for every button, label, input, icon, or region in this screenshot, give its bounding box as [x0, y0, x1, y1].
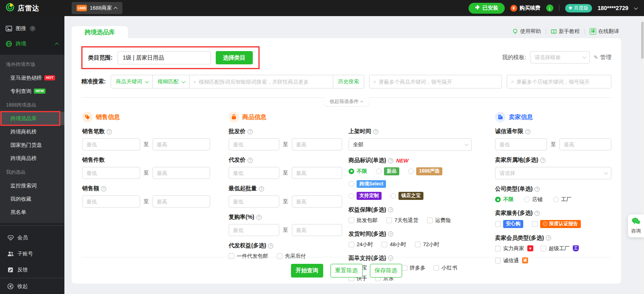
min-input[interactable] — [229, 167, 279, 179]
range-to-label: 至 — [551, 141, 556, 148]
min-input[interactable] — [229, 138, 279, 150]
select-category-button[interactable]: 选择类目 — [216, 51, 253, 64]
checkbox-option[interactable]: 超级工厂工 — [541, 245, 579, 252]
max-input[interactable] — [559, 138, 611, 150]
help-icon[interactable] — [107, 129, 112, 134]
help-icon[interactable] — [540, 158, 545, 163]
help-icon[interactable] — [101, 186, 106, 191]
checkbox-option[interactable]: 48小时 — [382, 241, 406, 248]
renew-button[interactable]: 购买续费 — [510, 4, 541, 12]
max-input[interactable] — [292, 138, 343, 150]
history-search-button[interactable]: 历史搜索 — [333, 75, 364, 88]
merchant-tab-1688[interactable]: 1688 1688商家 — [72, 2, 122, 14]
sidebar-item-product-rank[interactable]: 跨境商品榜 — [0, 152, 64, 165]
help-icon[interactable] — [248, 129, 253, 134]
sidebar-item-member[interactable]: 会员 — [0, 230, 64, 246]
help-icon[interactable] — [373, 129, 378, 134]
category-input[interactable] — [118, 51, 211, 64]
radio-option[interactable]: 新品 — [376, 167, 399, 175]
radio-option[interactable]: 1688严选 — [408, 167, 442, 175]
help-icon[interactable] — [525, 129, 530, 134]
checkbox-option[interactable]: 24小时 — [349, 241, 373, 248]
max-input[interactable] — [292, 195, 343, 208]
help-icon[interactable] — [546, 235, 551, 241]
max-input[interactable] — [292, 167, 343, 179]
max-input[interactable] — [153, 195, 211, 208]
radio-option[interactable]: 支持定制 — [349, 192, 382, 200]
radio-option[interactable]: 不限 — [495, 196, 514, 203]
installed-button[interactable]: 已安装 — [469, 3, 505, 14]
sidebar-collapse-button[interactable]: 收起 — [0, 278, 64, 294]
sidebar-item-feedback[interactable]: 反馈 — [0, 262, 64, 278]
sidebar-item-country-hot[interactable]: 国家热门货盘 — [0, 138, 64, 152]
help-link[interactable]: 使用帮助 — [512, 28, 541, 35]
tab-crossborder-library[interactable]: 跨境选品库 — [72, 26, 128, 38]
block-shop-keywords-input[interactable] — [516, 79, 607, 85]
help-icon[interactable] — [248, 158, 253, 163]
keyword-type-dropdown[interactable]: 商品关键词 — [111, 75, 153, 88]
save-filters-button[interactable]: 保存筛选 — [370, 264, 402, 278]
keyword-search-input[interactable] — [199, 79, 329, 85]
seller-location-select[interactable]: 请选择 — [495, 167, 611, 179]
scrollbar-thumb[interactable] — [641, 22, 644, 59]
min-input[interactable] — [229, 224, 279, 236]
merchant-tab-label: 1688商家 — [90, 4, 112, 12]
min-input[interactable] — [495, 138, 547, 150]
keyword-type-label: 商品关键词 — [116, 78, 142, 85]
sidebar-item-amazon-hot[interactable]: 亚马逊热销榜 HOT — [0, 71, 64, 84]
help-icon[interactable] — [388, 158, 393, 163]
reset-filters-button[interactable]: 重置筛选 — [330, 264, 363, 278]
max-input[interactable] — [153, 138, 211, 150]
checkbox-option[interactable]: 运费险 — [427, 217, 451, 224]
sidebar-item-image-search[interactable]: 图搜 — [0, 21, 64, 36]
help-circle-icon[interactable] — [30, 26, 35, 31]
help-icon[interactable] — [388, 231, 393, 236]
checkbox-option[interactable]: 深度认证报告 — [532, 220, 581, 228]
template-select[interactable]: 请选择模板 — [530, 51, 590, 64]
min-input[interactable] — [229, 195, 279, 208]
sidebar-item-subaccount[interactable]: 子账号 — [0, 246, 64, 262]
product-section-header: 商品信息 — [229, 112, 342, 122]
tutorial-link[interactable]: 新手教程 — [551, 28, 580, 35]
min-input[interactable] — [82, 167, 140, 179]
sidebar-item-opportunity-rank[interactable]: 跨境商机榜 — [0, 125, 64, 138]
checkbox-option[interactable]: 安心购 — [495, 220, 523, 228]
min-input[interactable] — [82, 195, 140, 208]
max-input[interactable] — [292, 224, 343, 236]
consult-widget[interactable]: 咨询 — [628, 214, 644, 237]
radio-option[interactable]: 镇店之宝 — [390, 192, 423, 200]
checkbox-option[interactable]: 实力商家▼ — [495, 245, 533, 252]
collapse-filters-button[interactable]: 收起筛选条件 — [324, 97, 369, 107]
max-input[interactable] — [153, 167, 211, 179]
radio-option[interactable]: 店铺 — [524, 196, 543, 203]
sidebar-item-monitor-keywords[interactable]: 监控搜索词 — [0, 179, 64, 192]
help-icon[interactable] — [259, 186, 264, 191]
block-product-keywords-input[interactable] — [379, 79, 497, 85]
checkbox-option[interactable]: 批发包邮 — [349, 217, 378, 224]
download-icon[interactable] — [546, 4, 553, 12]
radio-option[interactable]: 跨境Select — [349, 180, 386, 188]
radio-option[interactable]: 不限 — [349, 168, 367, 175]
option-label: 超级工厂 — [549, 245, 570, 252]
help-icon[interactable] — [535, 187, 540, 192]
sidebar-item-crossborder[interactable]: 跨境 — [0, 36, 64, 51]
help-icon[interactable] — [268, 243, 273, 249]
sidebar-item-blacklist[interactable]: 黑名单 — [0, 206, 64, 219]
help-icon[interactable] — [256, 215, 262, 220]
listing-time-select[interactable]: 全部 — [349, 138, 472, 151]
help-icon[interactable] — [535, 211, 540, 216]
scrollbar-track[interactable] — [641, 16, 644, 294]
match-mode-dropdown[interactable]: 模糊匹配 — [153, 75, 190, 88]
sidebar-item-patent-search[interactable]: 专利查询 NEW — [0, 84, 64, 98]
sidebar-item-crossborder-library[interactable]: 跨境选品库 — [0, 112, 64, 125]
radio-option[interactable]: 工厂 — [553, 196, 572, 203]
sidebar-item-favorites[interactable]: 我的收藏 — [0, 192, 64, 206]
account-chevron-down-icon[interactable] — [634, 6, 638, 10]
manage-templates-button[interactable]: ✎ 管理 — [594, 54, 611, 61]
help-icon[interactable] — [388, 207, 393, 212]
checkbox-option[interactable]: 7天包退货 — [386, 217, 418, 224]
start-query-button[interactable]: 开始查询 — [291, 264, 323, 278]
min-input[interactable] — [82, 138, 140, 150]
translate-link[interactable]: 译 在线翻译 — [590, 28, 619, 35]
checkbox-option[interactable]: 72小时 — [415, 241, 439, 248]
